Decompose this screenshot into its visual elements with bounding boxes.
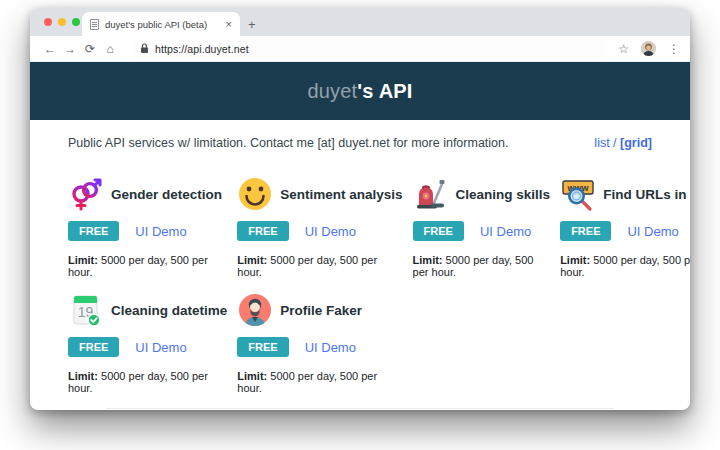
browser-tab[interactable]: duyet's public API (beta) × xyxy=(82,12,240,36)
toolbar-right: ☆ ⋮ xyxy=(618,41,680,56)
gender-icon xyxy=(68,176,104,212)
home-icon[interactable]: ⌂ xyxy=(100,43,120,55)
profile-avatar[interactable] xyxy=(641,41,656,56)
limit-text: Limit: 5000 per day, 500 per hour. xyxy=(237,254,402,278)
new-tab-button[interactable]: + xyxy=(248,17,256,32)
refresh-icon[interactable]: ⟳ xyxy=(80,43,100,55)
api-card-title: Gender detection xyxy=(111,187,222,202)
zoom-window-button[interactable] xyxy=(72,18,80,26)
limit-text: Limit: 5000 per day, 500 per hour. xyxy=(68,370,227,394)
ui-demo-link[interactable]: UI Demo xyxy=(135,340,186,355)
calendar-icon: 19 xyxy=(68,292,104,328)
api-card-title: Find URLs in text xyxy=(603,187,690,202)
limit-text: Limit: 5000 per day, 500 per hour. xyxy=(68,254,227,278)
ui-demo-link[interactable]: UI Demo xyxy=(135,224,186,239)
site-header: duyet's API xyxy=(30,62,690,120)
free-badge[interactable]: FREE xyxy=(68,337,119,357)
browser-window: duyet's public API (beta) × + ← → ⟳ ⌂ ht… xyxy=(30,8,690,410)
vacuum-icon xyxy=(413,176,449,212)
limit-text: Limit: 5000 per day, 500 per hour. xyxy=(413,254,551,278)
free-badge[interactable]: FREE xyxy=(413,221,464,241)
free-badge[interactable]: FREE xyxy=(68,221,119,241)
page-footer: (c) duyet.net | Icon by flaticon.com xyxy=(106,408,614,410)
api-card-cleaning-datetime: 19 Cleaning datetime FREE UI Demo Limit:… xyxy=(68,290,237,394)
ui-demo-link[interactable]: UI Demo xyxy=(480,224,531,239)
api-card-title: Sentiment analysis xyxy=(280,187,402,202)
api-card-find-urls: www Find URLs in text FREE UI Demo Limit… xyxy=(560,174,690,278)
limit-text: Limit: 5000 per day, 500 per hour. xyxy=(237,370,402,394)
api-card-sentiment: Sentiment analysis FREE UI Demo Limit: 5… xyxy=(237,174,412,278)
page-favicon-icon xyxy=(90,19,99,30)
page-title: duyet's API xyxy=(307,80,412,103)
tab-title: duyet's public API (beta) xyxy=(105,19,220,30)
ui-demo-link[interactable]: UI Demo xyxy=(627,224,678,239)
minimize-window-button[interactable] xyxy=(58,18,66,26)
browser-toolbar: ← → ⟳ ⌂ https://api.duyet.net ☆ ⋮ xyxy=(30,36,690,62)
api-card-grid: Gender detection FREE UI Demo Limit: 500… xyxy=(68,174,652,394)
tab-close-icon[interactable]: × xyxy=(226,19,232,30)
list-view-link[interactable]: list xyxy=(594,136,609,150)
smiley-icon xyxy=(237,176,273,212)
close-window-button[interactable] xyxy=(44,18,52,26)
bookmark-star-icon[interactable]: ☆ xyxy=(618,42,629,56)
api-card-gender: Gender detection FREE UI Demo Limit: 500… xyxy=(68,174,237,278)
tab-strip: duyet's public API (beta) × + xyxy=(30,8,690,36)
url-text: https://api.duyet.net xyxy=(155,43,249,55)
limit-text: Limit: 5000 per day, 500 per hour. xyxy=(560,254,690,278)
free-badge[interactable]: FREE xyxy=(237,337,288,357)
back-icon[interactable]: ← xyxy=(40,43,60,55)
browser-menu-icon[interactable]: ⋮ xyxy=(668,42,680,56)
www-search-icon: www xyxy=(560,176,596,212)
api-card-profile-faker: Profile Faker FREE UI Demo Limit: 5000 p… xyxy=(237,290,412,394)
free-badge[interactable]: FREE xyxy=(560,221,611,241)
intro-text: Public API services w/ limitation. Conta… xyxy=(68,136,508,150)
ui-demo-link[interactable]: UI Demo xyxy=(305,224,356,239)
forward-icon[interactable]: → xyxy=(60,43,80,55)
api-card-title: Profile Faker xyxy=(280,303,362,318)
api-card-title: Cleaning datetime xyxy=(111,303,227,318)
grid-view-link[interactable]: [grid] xyxy=(620,136,652,150)
page-content: Public API services w/ limitation. Conta… xyxy=(30,120,690,410)
lock-icon xyxy=(140,43,149,54)
profile-icon xyxy=(237,292,273,328)
api-card-title: Cleaning skills xyxy=(456,187,551,202)
traffic-lights xyxy=(44,18,80,26)
ui-demo-link[interactable]: UI Demo xyxy=(305,340,356,355)
api-card-cleaning-skills: Cleaning skills FREE UI Demo Limit: 5000… xyxy=(413,174,561,278)
free-badge[interactable]: FREE xyxy=(237,221,288,241)
view-toggle: list / [grid] xyxy=(594,136,652,150)
address-bar[interactable]: https://api.duyet.net xyxy=(130,39,608,58)
